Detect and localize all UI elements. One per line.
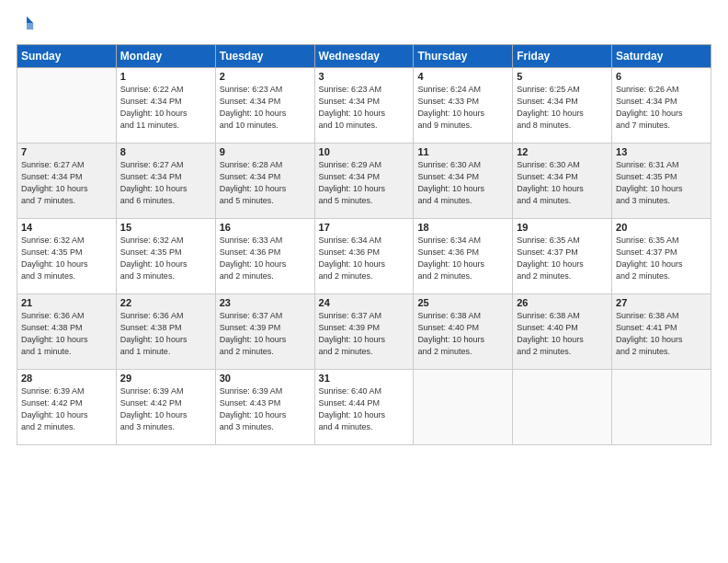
calendar-week-row: 7Sunrise: 6:27 AM Sunset: 4:34 PM Daylig… [17,144,711,219]
day-number: 12 [517,146,608,157]
calendar-cell: 15Sunrise: 6:32 AM Sunset: 4:35 PM Dayli… [116,219,215,294]
day-number: 16 [220,222,311,233]
day-number: 18 [417,222,508,233]
day-header-thursday: Thursday [414,45,513,68]
day-number: 3 [319,71,410,82]
calendar-cell: 25Sunrise: 6:38 AM Sunset: 4:40 PM Dayli… [414,294,513,370]
day-info: Sunrise: 6:33 AM Sunset: 4:36 PM Dayligh… [220,235,311,282]
calendar-cell: 20Sunrise: 6:35 AM Sunset: 4:37 PM Dayli… [612,219,711,294]
day-info: Sunrise: 6:24 AM Sunset: 4:33 PM Dayligh… [417,84,508,132]
calendar-cell: 10Sunrise: 6:29 AM Sunset: 4:34 PM Dayli… [314,144,414,219]
day-info: Sunrise: 6:35 AM Sunset: 4:37 PM Dayligh… [517,235,608,282]
day-number: 26 [517,297,608,308]
day-info: Sunrise: 6:30 AM Sunset: 4:34 PM Dayligh… [517,159,608,207]
calendar-cell: 19Sunrise: 6:35 AM Sunset: 4:37 PM Dayli… [513,219,612,294]
calendar-header-row: SundayMondayTuesdayWednesdayThursdayFrid… [17,45,711,68]
svg-marker-0 [27,17,33,23]
day-number: 24 [319,297,410,308]
calendar-week-row: 28Sunrise: 6:39 AM Sunset: 4:42 PM Dayli… [17,370,711,445]
day-number: 9 [220,146,311,157]
day-info: Sunrise: 6:34 AM Sunset: 4:36 PM Dayligh… [319,235,410,282]
day-info: Sunrise: 6:22 AM Sunset: 4:34 PM Dayligh… [120,84,211,132]
day-number: 19 [517,222,608,233]
day-info: Sunrise: 6:23 AM Sunset: 4:34 PM Dayligh… [319,84,410,132]
calendar-cell: 30Sunrise: 6:39 AM Sunset: 4:43 PM Dayli… [215,370,314,445]
day-number: 8 [120,146,211,157]
calendar-cell: 18Sunrise: 6:34 AM Sunset: 4:36 PM Dayli… [414,219,513,294]
day-info: Sunrise: 6:23 AM Sunset: 4:34 PM Dayligh… [220,84,311,132]
day-number: 23 [220,297,311,308]
calendar-cell: 8Sunrise: 6:27 AM Sunset: 4:34 PM Daylig… [116,144,215,219]
calendar-cell: 11Sunrise: 6:30 AM Sunset: 4:34 PM Dayli… [414,144,513,219]
day-number: 4 [417,71,508,82]
day-info: Sunrise: 6:30 AM Sunset: 4:34 PM Dayligh… [417,159,508,207]
calendar-cell: 5Sunrise: 6:25 AM Sunset: 4:34 PM Daylig… [513,68,612,144]
day-header-tuesday: Tuesday [215,45,314,68]
day-number: 14 [21,222,112,233]
calendar-cell: 21Sunrise: 6:36 AM Sunset: 4:38 PM Dayli… [17,294,117,370]
calendar-cell: 27Sunrise: 6:38 AM Sunset: 4:41 PM Dayli… [612,294,711,370]
calendar-cell: 17Sunrise: 6:34 AM Sunset: 4:36 PM Dayli… [314,219,414,294]
day-number: 29 [120,373,211,384]
calendar-cell: 26Sunrise: 6:38 AM Sunset: 4:40 PM Dayli… [513,294,612,370]
day-number: 25 [417,297,508,308]
day-number: 22 [120,297,211,308]
day-info: Sunrise: 6:34 AM Sunset: 4:36 PM Dayligh… [417,235,508,282]
day-info: Sunrise: 6:32 AM Sunset: 4:35 PM Dayligh… [120,235,211,282]
day-number: 6 [616,71,707,82]
day-number: 13 [616,146,707,157]
calendar-cell: 1Sunrise: 6:22 AM Sunset: 4:34 PM Daylig… [116,68,215,144]
day-info: Sunrise: 6:26 AM Sunset: 4:34 PM Dayligh… [616,84,707,132]
calendar-cell: 2Sunrise: 6:23 AM Sunset: 4:34 PM Daylig… [215,68,314,144]
day-info: Sunrise: 6:25 AM Sunset: 4:34 PM Dayligh… [517,84,608,132]
day-number: 2 [220,71,311,82]
calendar-cell: 16Sunrise: 6:33 AM Sunset: 4:36 PM Dayli… [215,219,314,294]
day-header-monday: Monday [116,45,215,68]
day-number: 31 [319,373,410,384]
logo [17,15,35,35]
day-number: 28 [21,373,112,384]
day-info: Sunrise: 6:36 AM Sunset: 4:38 PM Dayligh… [21,310,112,358]
day-number: 10 [319,146,410,157]
day-info: Sunrise: 6:40 AM Sunset: 4:44 PM Dayligh… [319,385,410,433]
day-header-wednesday: Wednesday [314,45,414,68]
logo-icon [18,15,35,31]
calendar-cell: 13Sunrise: 6:31 AM Sunset: 4:35 PM Dayli… [612,144,711,219]
day-header-sunday: Sunday [17,45,117,68]
day-number: 1 [120,71,211,82]
calendar-cell: 23Sunrise: 6:37 AM Sunset: 4:39 PM Dayli… [215,294,314,370]
day-number: 21 [21,297,112,308]
calendar-cell [612,370,711,445]
svg-marker-1 [27,23,33,29]
calendar-cell [17,68,117,144]
day-info: Sunrise: 6:39 AM Sunset: 4:43 PM Dayligh… [220,385,311,433]
day-number: 17 [319,222,410,233]
day-header-friday: Friday [513,45,612,68]
day-info: Sunrise: 6:39 AM Sunset: 4:42 PM Dayligh… [120,385,211,433]
calendar-cell: 12Sunrise: 6:30 AM Sunset: 4:34 PM Dayli… [513,144,612,219]
day-info: Sunrise: 6:38 AM Sunset: 4:41 PM Dayligh… [616,310,707,358]
day-info: Sunrise: 6:39 AM Sunset: 4:42 PM Dayligh… [21,385,112,433]
calendar-cell: 3Sunrise: 6:23 AM Sunset: 4:34 PM Daylig… [314,68,414,144]
header [17,15,711,35]
calendar-week-row: 21Sunrise: 6:36 AM Sunset: 4:38 PM Dayli… [17,294,711,370]
calendar-cell [513,370,612,445]
calendar-week-row: 1Sunrise: 6:22 AM Sunset: 4:34 PM Daylig… [17,68,711,144]
day-number: 15 [120,222,211,233]
day-info: Sunrise: 6:31 AM Sunset: 4:35 PM Dayligh… [616,159,707,207]
day-number: 20 [616,222,707,233]
day-info: Sunrise: 6:37 AM Sunset: 4:39 PM Dayligh… [319,310,410,358]
calendar-cell: 31Sunrise: 6:40 AM Sunset: 4:44 PM Dayli… [314,370,414,445]
day-info: Sunrise: 6:27 AM Sunset: 4:34 PM Dayligh… [21,159,112,207]
page: SundayMondayTuesdayWednesdayThursdayFrid… [0,0,728,563]
calendar-cell: 28Sunrise: 6:39 AM Sunset: 4:42 PM Dayli… [17,370,117,445]
day-info: Sunrise: 6:32 AM Sunset: 4:35 PM Dayligh… [21,235,112,282]
day-number: 30 [220,373,311,384]
calendar-cell: 24Sunrise: 6:37 AM Sunset: 4:39 PM Dayli… [314,294,414,370]
calendar: SundayMondayTuesdayWednesdayThursdayFrid… [17,44,711,445]
day-info: Sunrise: 6:29 AM Sunset: 4:34 PM Dayligh… [319,159,410,207]
calendar-week-row: 14Sunrise: 6:32 AM Sunset: 4:35 PM Dayli… [17,219,711,294]
calendar-cell: 22Sunrise: 6:36 AM Sunset: 4:38 PM Dayli… [116,294,215,370]
calendar-cell: 4Sunrise: 6:24 AM Sunset: 4:33 PM Daylig… [414,68,513,144]
day-number: 11 [417,146,508,157]
